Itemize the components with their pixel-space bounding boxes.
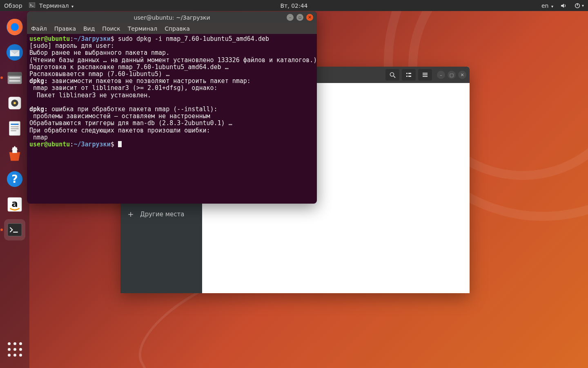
svg-point-5 xyxy=(11,23,18,31)
launcher-dock: ? a xyxy=(0,11,29,368)
svg-text:?: ? xyxy=(11,173,18,185)
menu-edit[interactable]: Правка xyxy=(54,25,76,32)
files-maximize-button[interactable]: ▢ xyxy=(448,71,456,79)
activities-button[interactable]: Обзор xyxy=(4,2,22,9)
output-line: (Чтение базы данных … на данный момент у… xyxy=(29,56,317,64)
terminal-menubar: Файл Правка Вид Поиск Терминал Справка xyxy=(27,23,317,34)
output-line: [sudo] пароль для user: xyxy=(29,42,114,49)
show-apps-button[interactable] xyxy=(4,339,25,360)
svg-rect-33 xyxy=(423,74,428,75)
prompt-dollar: $ xyxy=(111,35,114,43)
svg-point-26 xyxy=(390,73,394,76)
prompt-dollar: $ xyxy=(111,141,114,148)
power-icon[interactable]: ▾ xyxy=(575,3,584,9)
menu-file[interactable]: Файл xyxy=(31,25,47,32)
menu-terminal[interactable]: Терминал xyxy=(128,25,157,32)
svg-rect-17 xyxy=(11,128,18,129)
running-indicator xyxy=(0,76,3,79)
lang-label: en xyxy=(541,2,549,9)
running-indicator xyxy=(0,229,3,231)
files-minimize-button[interactable]: – xyxy=(437,71,445,79)
svg-text:a: a xyxy=(11,198,18,209)
app-menu-label: Терминал xyxy=(39,2,69,9)
sidebar-item-label: Другие места xyxy=(140,211,184,218)
terminal-icon xyxy=(29,2,35,8)
files-close-button[interactable]: ✕ xyxy=(458,71,466,79)
output-line: ошибка при обработке пакета nmap (--inst… xyxy=(48,105,217,113)
output-line: проблемы зависимостей — оставляем не нас… xyxy=(29,112,210,120)
svg-rect-16 xyxy=(11,126,18,127)
svg-rect-28 xyxy=(406,73,408,74)
terminal-output[interactable]: user@ubuntu:~/Загрузки$ sudo dpkg -i nma… xyxy=(27,34,317,204)
dock-firefox[interactable] xyxy=(4,16,25,38)
output-line: Распаковывается nmap (7.60-1ubuntu5) … xyxy=(29,70,169,78)
output-line: dpkg: xyxy=(29,105,48,113)
dock-writer[interactable] xyxy=(4,118,25,139)
volume-icon[interactable] xyxy=(561,3,567,9)
prompt-path: ~/Загрузки xyxy=(74,141,110,148)
menu-search[interactable]: Поиск xyxy=(102,25,120,32)
svg-rect-31 xyxy=(408,76,411,77)
dock-files[interactable] xyxy=(4,67,25,88)
menu-help[interactable]: Справка xyxy=(165,25,190,32)
prompt-userhost: user@ubuntu xyxy=(29,35,70,43)
top-panel: Обзор Терминал ▾ Вт, 02:44 en ▾ ▾ xyxy=(0,0,588,11)
output-line: Пакет liblinear3 не установлен. xyxy=(29,92,151,99)
view-list-button[interactable] xyxy=(402,69,416,81)
prompt-path: ~/Загрузки xyxy=(74,35,110,43)
app-menu[interactable]: Терминал ▾ xyxy=(29,2,74,9)
output-line: зависимости пакетов не позволяют настрои… xyxy=(48,77,251,85)
chevron-down-icon: ▾ xyxy=(582,3,584,8)
maximize-button[interactable]: ▫ xyxy=(296,14,303,21)
output-line: Выбор ранее не выбранного пакета nmap. xyxy=(29,49,169,56)
svg-rect-8 xyxy=(8,72,22,76)
svg-rect-9 xyxy=(9,77,20,79)
window-title: user@ubuntu: ~/Загрузки xyxy=(134,14,210,21)
svg-rect-34 xyxy=(423,76,428,77)
sidebar-other-locations[interactable]: + Другие места xyxy=(120,206,202,222)
clock[interactable]: Вт, 02:44 xyxy=(280,2,307,9)
cursor xyxy=(118,141,122,147)
output-line: nmap зависит от liblinear3 (>= 2.01+dfsg… xyxy=(29,84,218,92)
dock-help[interactable]: ? xyxy=(4,168,25,190)
svg-rect-32 xyxy=(423,73,428,74)
output-line: Подготовка к распаковке nmap_7.60-1ubunt… xyxy=(29,63,229,71)
close-button[interactable]: ✕ xyxy=(306,14,313,21)
plus-icon: + xyxy=(127,210,134,218)
svg-rect-24 xyxy=(8,224,22,236)
svg-rect-0 xyxy=(29,2,35,8)
dock-rhythmbox[interactable] xyxy=(4,92,25,114)
dock-amazon[interactable]: a xyxy=(4,194,25,215)
svg-line-27 xyxy=(394,76,395,78)
minimize-button[interactable]: – xyxy=(287,14,294,21)
hamburger-menu-button[interactable] xyxy=(418,69,432,81)
dock-thunderbird[interactable] xyxy=(4,42,25,63)
output-line: nmap xyxy=(29,134,48,141)
svg-rect-29 xyxy=(408,73,411,74)
input-source-indicator[interactable]: en ▾ xyxy=(541,2,553,9)
output-line: При обработке следующих пакетов произошл… xyxy=(29,127,210,134)
svg-rect-18 xyxy=(11,130,16,131)
svg-rect-15 xyxy=(11,124,18,125)
search-button[interactable] xyxy=(385,69,399,81)
output-line: Обрабатываются триггеры для man-db (2.8.… xyxy=(29,119,232,127)
prompt-userhost: user@ubuntu xyxy=(29,141,70,148)
svg-rect-10 xyxy=(9,80,20,82)
chevron-down-icon: ▾ xyxy=(551,4,553,9)
terminal-titlebar[interactable]: user@ubuntu: ~/Загрузки – ▫ ✕ xyxy=(27,11,317,23)
dock-terminal[interactable] xyxy=(4,219,25,240)
chevron-down-icon: ▾ xyxy=(71,4,74,9)
command-text: sudo dpkg -i nmap_7.60-1ubuntu5_amd64.de… xyxy=(114,35,269,43)
menu-view[interactable]: Вид xyxy=(83,25,95,32)
svg-point-13 xyxy=(13,102,16,104)
terminal-window[interactable]: user@ubuntu: ~/Загрузки – ▫ ✕ Файл Правк… xyxy=(27,11,317,204)
output-line: dpkg: xyxy=(29,77,48,85)
svg-rect-30 xyxy=(406,76,408,77)
dock-software[interactable] xyxy=(4,143,25,164)
